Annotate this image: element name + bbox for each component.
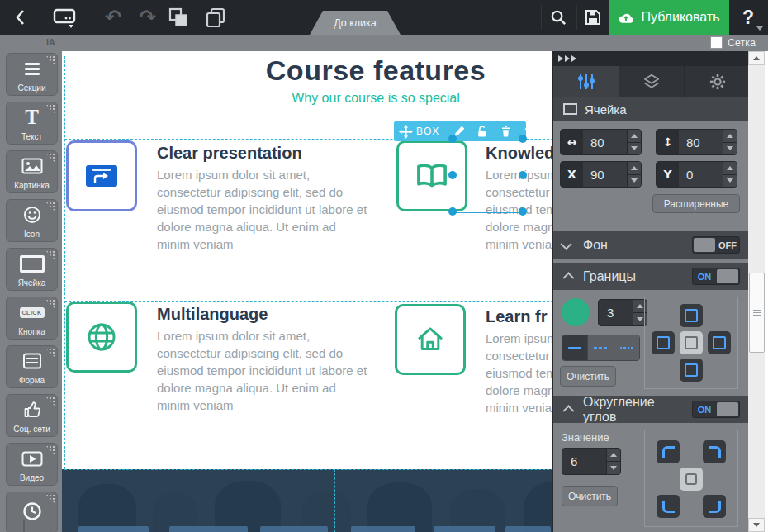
borders-toggle[interactable]: ON: [692, 268, 740, 285]
border-style-dotted[interactable]: [614, 335, 639, 360]
sidebar-item-social[interactable]: Соц. сети: [6, 394, 58, 437]
grid-checkbox[interactable]: Сетка: [710, 36, 756, 49]
width-stepper[interactable]: [627, 130, 641, 154]
card-icon-box-learn[interactable]: [395, 304, 466, 375]
tab-settings[interactable]: [685, 66, 750, 97]
panel-collapse-bar[interactable]: [553, 51, 750, 66]
elements-sidebar: Секции T Текст Картинка Icon Ячейка CLI: [0, 35, 62, 532]
corner-all[interactable]: [680, 468, 703, 491]
search-button[interactable]: [543, 0, 573, 35]
page-title[interactable]: Course features: [132, 55, 619, 87]
corner-selector: [644, 430, 738, 527]
duplicate-button[interactable]: [198, 0, 233, 35]
card-title[interactable]: Multilanguage: [157, 305, 268, 324]
background-section-header[interactable]: Фон OFF: [553, 231, 750, 259]
card-title[interactable]: Clear presentation: [157, 144, 302, 163]
sidebar-item-timer[interactable]: [6, 492, 58, 532]
move-icon[interactable]: [399, 125, 413, 139]
sidebar-item-video[interactable]: Видео: [6, 443, 58, 486]
delete-trash-icon[interactable]: [494, 125, 517, 138]
checkbox-box[interactable]: [710, 36, 723, 49]
scroll-down-button[interactable]: [748, 518, 765, 532]
sidebar-item-form[interactable]: Форма: [6, 345, 58, 388]
width-value[interactable]: 80: [583, 130, 627, 154]
copy-button[interactable]: [162, 0, 195, 35]
border-style-buttons: [562, 335, 640, 361]
y-input[interactable]: Y 0: [656, 161, 737, 188]
rounding-clear-button[interactable]: Очистить: [562, 486, 618, 506]
card-icon-box-clear-presentation[interactable]: [66, 140, 137, 211]
selection-handle[interactable]: [448, 207, 457, 216]
back-button[interactable]: [5, 0, 35, 35]
rounding-value-input[interactable]: 6: [562, 448, 621, 475]
publish-button[interactable]: Публиковать: [609, 0, 729, 35]
width-input[interactable]: ↔ 80: [560, 129, 642, 155]
page-subtitle[interactable]: Why our course is so special: [132, 91, 619, 106]
border-side-top[interactable]: [680, 304, 703, 327]
border-style-solid[interactable]: [562, 335, 588, 360]
card-body[interactable]: Lorem ipsum dolor sit amet, consectetur …: [157, 327, 370, 414]
tab-before-click[interactable]: До клика: [310, 11, 401, 35]
x-stepper[interactable]: [627, 162, 641, 187]
x-input[interactable]: X 90: [560, 161, 642, 188]
image-icon: [7, 151, 57, 181]
selection-handle[interactable]: [448, 135, 457, 143]
corner-bottom-left[interactable]: [657, 495, 680, 518]
background-toggle[interactable]: OFF: [692, 236, 740, 254]
sidebar-item-button[interactable]: CLICK Кнопка: [6, 297, 58, 340]
height-stepper[interactable]: [723, 130, 737, 154]
sidebar-item-text[interactable]: T Текст: [6, 102, 58, 145]
rounding-value[interactable]: 6: [562, 449, 606, 474]
card-body[interactable]: Lorem ipsum dolor sit amet, consectetur …: [157, 166, 370, 253]
sidebar-item-cell[interactable]: Ячейка: [6, 248, 58, 291]
borders-section-header[interactable]: Границы ON: [553, 263, 750, 290]
border-width-value[interactable]: 3: [599, 300, 633, 325]
search-icon: [550, 9, 567, 26]
y-value[interactable]: 0: [679, 162, 723, 187]
border-style-dashed[interactable]: [588, 335, 614, 360]
sidebar-item-image[interactable]: Картинка: [6, 150, 58, 193]
corner-bottom-right[interactable]: [703, 495, 726, 518]
x-value[interactable]: 90: [583, 162, 627, 187]
border-clear-button[interactable]: Очистить: [560, 366, 616, 387]
rounding-toggle[interactable]: ON: [692, 401, 740, 418]
tab-properties[interactable]: [553, 66, 619, 97]
advanced-button[interactable]: Расширенные: [652, 194, 740, 213]
height-input[interactable]: ↕ 80: [656, 129, 737, 155]
selection-handle[interactable]: [519, 171, 527, 179]
scroll-up-button[interactable]: [748, 51, 765, 65]
rounding-stepper[interactable]: [606, 449, 620, 474]
tab-layers[interactable]: [619, 66, 685, 97]
unlock-icon[interactable]: [471, 125, 494, 138]
border-side-all[interactable]: [680, 331, 703, 354]
undo-button[interactable]: ↶: [97, 0, 129, 35]
selection-handle[interactable]: [448, 171, 457, 179]
corner-top-left[interactable]: [657, 440, 680, 463]
size-position-controls: ↔ 80 ↕ 80 X 90 Y 0 Расширенные: [553, 121, 750, 231]
scrollbar-thumb[interactable]: [749, 273, 765, 353]
undo-icon: ↶: [105, 6, 121, 29]
border-side-right[interactable]: [708, 331, 731, 354]
border-width-input[interactable]: 3: [598, 299, 647, 326]
redo-button[interactable]: ↷: [132, 0, 164, 35]
border-color-swatch[interactable]: [562, 298, 590, 326]
pages-icon: [205, 7, 226, 28]
border-side-left[interactable]: [652, 331, 675, 354]
sidebar-item-label: Форма: [19, 376, 45, 385]
corner-top-right[interactable]: [703, 440, 726, 463]
height-value[interactable]: 80: [679, 130, 723, 154]
selection-handle[interactable]: [519, 135, 527, 143]
height-arrow-icon: ↕: [657, 130, 679, 154]
sidebar-item-icon[interactable]: Icon: [6, 199, 58, 242]
save-button[interactable]: [578, 0, 608, 35]
selection-handle[interactable]: [519, 207, 527, 216]
rounding-section-content: Значение 6 Очистить: [553, 423, 750, 532]
sidebar-scroll-down[interactable]: [23, 522, 25, 532]
border-side-bottom[interactable]: [680, 359, 703, 382]
panel-scrollbar[interactable]: [748, 51, 765, 532]
card-icon-box-multilanguage[interactable]: [66, 302, 137, 373]
pages-drive-button[interactable]: [46, 0, 83, 35]
rounding-section-header[interactable]: Округление углов ON: [553, 396, 750, 423]
sidebar-item-sections[interactable]: Секции: [6, 53, 58, 96]
y-stepper[interactable]: [723, 162, 737, 187]
